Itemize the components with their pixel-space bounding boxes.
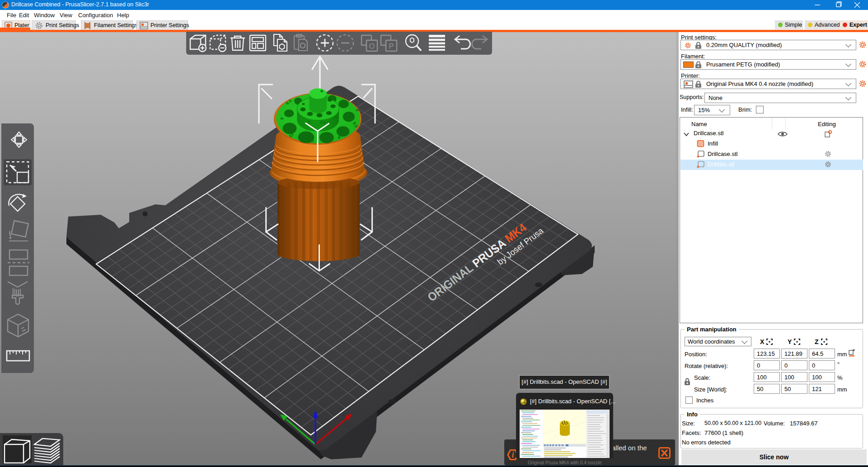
svg-text:P: P	[389, 42, 394, 50]
svg-text:O: O	[369, 42, 375, 50]
svg-text:4.5: 4.5	[320, 120, 326, 125]
svg-text:i: i	[511, 450, 514, 459]
